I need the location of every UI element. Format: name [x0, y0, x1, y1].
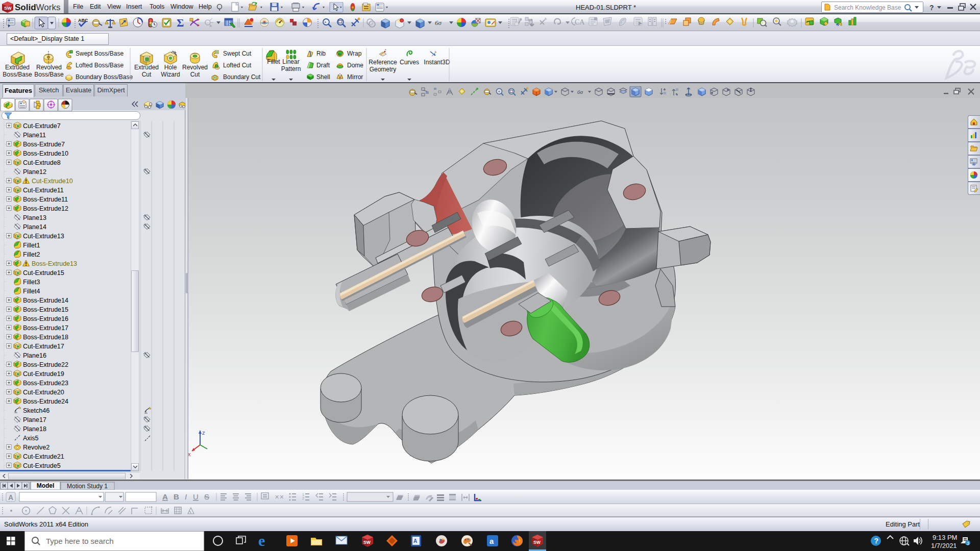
svg-text:Boss-Extrude16: Boss-Extrude16: [23, 315, 68, 322]
svg-text:Plane13: Plane13: [23, 214, 46, 221]
svg-text:I: I: [185, 492, 187, 501]
svg-text:Fillet: Fillet: [267, 58, 280, 65]
svg-text:Geometry: Geometry: [370, 66, 397, 73]
svg-text:Boss-Extrude15: Boss-Extrude15: [23, 306, 68, 313]
svg-text:Boss-Extrude11: Boss-Extrude11: [23, 196, 68, 203]
svg-text:Extruded: Extruded: [134, 64, 159, 71]
svg-text:Revolved: Revolved: [36, 64, 62, 71]
svg-text:Cut-Extrude17: Cut-Extrude17: [23, 343, 64, 350]
svg-text:Boss-Extrude7: Boss-Extrude7: [23, 141, 65, 148]
svg-text:U: U: [193, 492, 199, 501]
svg-text:Boss-Extrude24: Boss-Extrude24: [23, 398, 68, 405]
svg-text:Fillet2: Fillet2: [23, 251, 40, 258]
svg-text:Instant3D: Instant3D: [424, 59, 450, 66]
svg-text:z: z: [202, 430, 205, 436]
svg-text:Revolve2: Revolve2: [23, 444, 50, 451]
svg-text:Plane11: Plane11: [23, 132, 46, 139]
svg-text:Boss-Extrude13: Boss-Extrude13: [32, 260, 77, 267]
svg-text:Cut-Extrude5: Cut-Extrude5: [23, 462, 61, 469]
svg-text:Mirror: Mirror: [347, 73, 363, 81]
svg-text:Plane12: Plane12: [23, 168, 46, 176]
svg-text:Boss-Extrude18: Boss-Extrude18: [23, 334, 68, 341]
svg-text:Extruded: Extruded: [5, 64, 30, 71]
svg-text:SW: SW: [533, 540, 541, 545]
svg-text:Sketch46: Sketch46: [23, 407, 50, 414]
svg-text:ABC: ABC: [78, 18, 88, 23]
svg-text:Σ: Σ: [177, 16, 184, 29]
svg-text:Plane16: Plane16: [23, 352, 46, 359]
svg-text:Plane18: Plane18: [23, 425, 46, 433]
svg-text:Boundary Boss/Base: Boundary Boss/Base: [76, 73, 133, 81]
svg-text:SW: SW: [363, 540, 371, 545]
svg-text:Boss/Base: Boss/Base: [3, 71, 32, 78]
svg-text:+: +: [324, 20, 327, 24]
svg-text:Plane14: Plane14: [23, 223, 46, 231]
svg-text:Cut-Extrude21: Cut-Extrude21: [23, 453, 64, 460]
svg-text:Shell: Shell: [316, 73, 330, 81]
svg-text:Cut-Extrude19: Cut-Extrude19: [23, 370, 64, 378]
svg-text:Swept Boss/Base: Swept Boss/Base: [76, 50, 124, 57]
svg-text:Boss/Base: Boss/Base: [34, 71, 64, 78]
svg-text:Linear: Linear: [282, 58, 299, 65]
svg-text:Cut-Extrude15: Cut-Extrude15: [23, 269, 64, 277]
svg-text:Dome: Dome: [347, 62, 363, 69]
svg-text:Cut-Extrude13: Cut-Extrude13: [23, 233, 64, 240]
svg-text:Motion Study 1: Motion Study 1: [67, 483, 108, 490]
svg-text:Axis5: Axis5: [23, 435, 39, 442]
svg-text:CA: CA: [575, 18, 585, 26]
svg-text:x: x: [209, 23, 211, 28]
svg-text:*: *: [171, 51, 173, 55]
svg-text:S: S: [204, 492, 209, 501]
svg-text:3: 3: [967, 541, 969, 546]
svg-text:1: 1: [302, 493, 304, 496]
svg-text:Cut-Extrude8: Cut-Extrude8: [23, 159, 61, 166]
svg-text:Fillet4: Fillet4: [23, 288, 40, 295]
svg-text:Boss-Extrude17: Boss-Extrude17: [23, 324, 68, 332]
svg-text:+: +: [498, 89, 501, 94]
svg-text:Reference: Reference: [369, 59, 397, 66]
svg-text:Boss-Extrude10: Boss-Extrude10: [23, 150, 68, 157]
svg-text:Model: Model: [37, 482, 55, 489]
svg-text:e: e: [258, 532, 265, 549]
svg-text:Cut-Extrude11: Cut-Extrude11: [23, 187, 64, 194]
svg-text:Boss-Extrude23: Boss-Extrude23: [23, 380, 68, 387]
svg-text:Cut-Extrude10: Cut-Extrude10: [32, 178, 73, 185]
svg-text:SW: SW: [4, 6, 12, 11]
svg-text:Draft: Draft: [316, 62, 330, 69]
svg-text:Cut: Cut: [190, 71, 200, 78]
svg-text:Revolved: Revolved: [182, 64, 208, 71]
svg-text:Curves: Curves: [400, 59, 419, 66]
svg-text:Hole: Hole: [164, 64, 177, 71]
svg-text:Boss-Extrude14: Boss-Extrude14: [23, 297, 68, 304]
svg-text:1/7/2021: 1/7/2021: [931, 542, 957, 549]
svg-text:Cut-Extrude20: Cut-Extrude20: [23, 389, 64, 396]
svg-text:Fillet3: Fillet3: [23, 279, 40, 286]
svg-text:Rib: Rib: [316, 50, 326, 57]
svg-text:A: A: [413, 538, 417, 544]
svg-text:Wrap: Wrap: [347, 50, 362, 57]
svg-text:B: B: [174, 492, 179, 501]
svg-text:9:13 PM: 9:13 PM: [933, 534, 957, 541]
svg-text:A: A: [162, 492, 168, 501]
svg-text:Swept Cut: Swept Cut: [223, 50, 252, 57]
svg-text:6σ: 6σ: [435, 19, 442, 27]
svg-text:Type here to search: Type here to search: [46, 537, 114, 545]
svg-text:Lofted Cut: Lofted Cut: [223, 62, 252, 69]
svg-text:A: A: [8, 493, 13, 502]
svg-text:Boss-Extrude12: Boss-Extrude12: [23, 205, 68, 212]
svg-text:6σ: 6σ: [577, 89, 583, 95]
svg-text:2: 2: [302, 496, 304, 500]
svg-text:Plane17: Plane17: [23, 416, 46, 423]
svg-text:Fillet1: Fillet1: [23, 242, 40, 249]
svg-text:Cut: Cut: [142, 71, 152, 78]
svg-text:✕✕: ✕✕: [275, 494, 284, 500]
svg-text:Boundary Cut: Boundary Cut: [223, 73, 261, 81]
svg-text:Boss-Extrude22: Boss-Extrude22: [23, 361, 68, 368]
svg-text:?: ?: [874, 537, 879, 545]
svg-text:Wizard: Wizard: [161, 71, 180, 78]
svg-text:Cut-Extrude7: Cut-Extrude7: [23, 122, 61, 130]
svg-text:Pattern: Pattern: [281, 65, 301, 72]
svg-text:a: a: [489, 537, 494, 545]
svg-text:Lofted Boss/Base: Lofted Boss/Base: [76, 62, 124, 69]
